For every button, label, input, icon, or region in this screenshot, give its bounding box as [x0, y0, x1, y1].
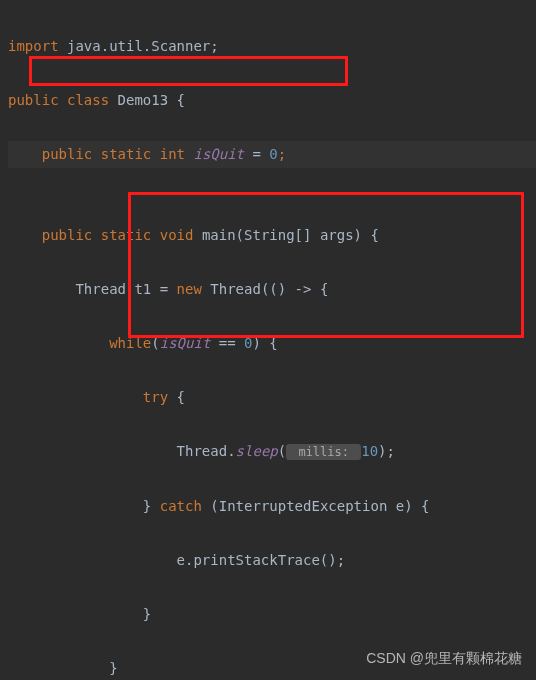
code-line: Thread.sleep( millis: 10); — [8, 438, 536, 466]
field-isquit: isQuit — [193, 146, 244, 162]
watermark: CSDN @兜里有颗棉花糖 — [366, 645, 522, 672]
code-line: } — [8, 601, 536, 628]
code-line: try { — [8, 384, 536, 411]
param-hint: millis: — [286, 444, 361, 460]
keyword-import: import — [8, 38, 59, 54]
code-line: } catch (InterruptedException e) { — [8, 493, 536, 520]
code-line: Thread t1 = new Thread(() -> { — [8, 276, 536, 303]
code-editor[interactable]: import java.util.Scanner; public class D… — [0, 0, 536, 680]
highlight-box-trycatch — [128, 192, 524, 338]
code-line: import java.util.Scanner; — [8, 33, 536, 60]
code-line — [8, 168, 536, 195]
code-line-highlighted: public static int isQuit = 0; — [8, 141, 536, 168]
code-line: public static void main(String[] args) { — [8, 222, 536, 249]
keyword-class: class — [59, 92, 110, 108]
code-line: e.printStackTrace(); — [8, 547, 536, 574]
code-line: while(isQuit == 0) { — [8, 330, 536, 357]
keyword-public: public — [8, 92, 59, 108]
highlight-box-field — [29, 56, 348, 86]
code-line: public class Demo13 { — [8, 87, 536, 114]
